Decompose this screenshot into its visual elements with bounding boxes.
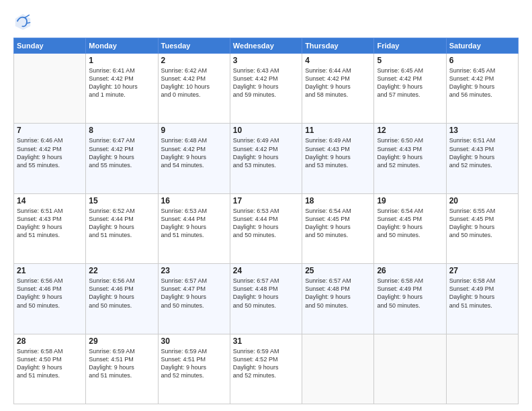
cell-info: Sunrise: 6:45 AM Sunset: 4:42 PM Dayligh… <box>449 66 515 99</box>
cell-info: Sunrise: 6:41 AM Sunset: 4:42 PM Dayligh… <box>89 66 154 99</box>
day-cell-11: 11Sunrise: 6:49 AM Sunset: 4:43 PM Dayli… <box>302 124 374 193</box>
day-number: 17 <box>233 196 299 205</box>
day-number: 15 <box>89 196 154 205</box>
cell-info: Sunrise: 6:58 AM Sunset: 4:49 PM Dayligh… <box>377 277 443 310</box>
cell-info: Sunrise: 6:53 AM Sunset: 4:44 PM Dayligh… <box>233 207 299 240</box>
weekday-header-friday: Friday <box>374 38 446 54</box>
cell-info: Sunrise: 6:49 AM Sunset: 4:43 PM Dayligh… <box>305 136 371 169</box>
day-cell-29: 29Sunrise: 6:59 AM Sunset: 4:51 PM Dayli… <box>86 334 158 404</box>
weekday-header-thursday: Thursday <box>302 38 374 54</box>
calendar: SundayMondayTuesdayWednesdayThursdayFrid… <box>13 38 519 404</box>
cell-info: Sunrise: 6:47 AM Sunset: 4:42 PM Dayligh… <box>89 136 154 169</box>
weekday-header-saturday: Saturday <box>446 38 518 54</box>
week-row-1: 1Sunrise: 6:41 AM Sunset: 4:42 PM Daylig… <box>14 54 519 124</box>
day-number: 8 <box>89 126 154 135</box>
svg-marker-0 <box>15 14 30 30</box>
day-cell-12: 12Sunrise: 6:50 AM Sunset: 4:43 PM Dayli… <box>374 124 446 193</box>
day-cell-20: 20Sunrise: 6:55 AM Sunset: 4:45 PM Dayli… <box>446 193 518 263</box>
cell-info: Sunrise: 6:57 AM Sunset: 4:47 PM Dayligh… <box>161 277 227 310</box>
cell-info: Sunrise: 6:57 AM Sunset: 4:48 PM Dayligh… <box>233 277 299 310</box>
cell-info: Sunrise: 6:44 AM Sunset: 4:42 PM Dayligh… <box>305 66 371 99</box>
week-row-3: 14Sunrise: 6:51 AM Sunset: 4:43 PM Dayli… <box>14 193 519 263</box>
cell-info: Sunrise: 6:59 AM Sunset: 4:51 PM Dayligh… <box>89 347 154 380</box>
cell-info: Sunrise: 6:45 AM Sunset: 4:42 PM Dayligh… <box>377 66 443 99</box>
day-cell-9: 9Sunrise: 6:48 AM Sunset: 4:42 PM Daylig… <box>158 124 230 193</box>
day-cell-25: 25Sunrise: 6:57 AM Sunset: 4:48 PM Dayli… <box>302 264 374 334</box>
weekday-header-monday: Monday <box>86 38 158 54</box>
day-number: 14 <box>17 196 83 205</box>
week-row-4: 21Sunrise: 6:56 AM Sunset: 4:46 PM Dayli… <box>14 264 519 334</box>
cell-info: Sunrise: 6:51 AM Sunset: 4:43 PM Dayligh… <box>17 207 83 240</box>
day-number: 5 <box>377 56 443 65</box>
day-number: 10 <box>233 126 299 135</box>
header <box>13 12 519 31</box>
cell-info: Sunrise: 6:56 AM Sunset: 4:46 PM Dayligh… <box>89 277 154 310</box>
week-row-5: 28Sunrise: 6:58 AM Sunset: 4:50 PM Dayli… <box>14 334 519 404</box>
cell-info: Sunrise: 6:46 AM Sunset: 4:42 PM Dayligh… <box>17 136 83 169</box>
empty-cell <box>374 334 446 404</box>
day-number: 25 <box>305 266 371 275</box>
day-number: 31 <box>233 336 299 346</box>
cell-info: Sunrise: 6:53 AM Sunset: 4:44 PM Dayligh… <box>161 207 227 240</box>
cell-info: Sunrise: 6:49 AM Sunset: 4:42 PM Dayligh… <box>233 136 299 169</box>
cell-info: Sunrise: 6:42 AM Sunset: 4:42 PM Dayligh… <box>161 66 227 99</box>
logo-icon <box>13 12 32 31</box>
day-number: 20 <box>449 196 515 205</box>
weekday-header-row: SundayMondayTuesdayWednesdayThursdayFrid… <box>14 38 519 54</box>
day-cell-10: 10Sunrise: 6:49 AM Sunset: 4:42 PM Dayli… <box>230 124 302 193</box>
cell-info: Sunrise: 6:43 AM Sunset: 4:42 PM Dayligh… <box>233 66 299 99</box>
day-cell-26: 26Sunrise: 6:58 AM Sunset: 4:49 PM Dayli… <box>374 264 446 334</box>
day-cell-3: 3Sunrise: 6:43 AM Sunset: 4:42 PM Daylig… <box>230 54 302 124</box>
day-cell-2: 2Sunrise: 6:42 AM Sunset: 4:42 PM Daylig… <box>158 54 230 124</box>
day-number: 2 <box>161 56 227 65</box>
cell-info: Sunrise: 6:55 AM Sunset: 4:45 PM Dayligh… <box>449 207 515 240</box>
day-cell-7: 7Sunrise: 6:46 AM Sunset: 4:42 PM Daylig… <box>14 124 86 193</box>
weekday-header-tuesday: Tuesday <box>158 38 230 54</box>
cell-info: Sunrise: 6:54 AM Sunset: 4:45 PM Dayligh… <box>377 207 443 240</box>
empty-cell <box>14 54 86 124</box>
day-cell-5: 5Sunrise: 6:45 AM Sunset: 4:42 PM Daylig… <box>374 54 446 124</box>
cell-info: Sunrise: 6:52 AM Sunset: 4:44 PM Dayligh… <box>89 207 154 240</box>
day-cell-22: 22Sunrise: 6:56 AM Sunset: 4:46 PM Dayli… <box>86 264 158 334</box>
day-number: 22 <box>89 266 154 275</box>
day-number: 27 <box>449 266 515 275</box>
day-cell-19: 19Sunrise: 6:54 AM Sunset: 4:45 PM Dayli… <box>374 193 446 263</box>
day-cell-18: 18Sunrise: 6:54 AM Sunset: 4:45 PM Dayli… <box>302 193 374 263</box>
day-number: 3 <box>233 56 299 65</box>
cell-info: Sunrise: 6:48 AM Sunset: 4:42 PM Dayligh… <box>161 136 227 169</box>
day-cell-1: 1Sunrise: 6:41 AM Sunset: 4:42 PM Daylig… <box>86 54 158 124</box>
day-cell-6: 6Sunrise: 6:45 AM Sunset: 4:42 PM Daylig… <box>446 54 518 124</box>
page: SundayMondayTuesdayWednesdayThursdayFrid… <box>0 0 532 411</box>
day-cell-28: 28Sunrise: 6:58 AM Sunset: 4:50 PM Dayli… <box>14 334 86 404</box>
day-cell-30: 30Sunrise: 6:59 AM Sunset: 4:51 PM Dayli… <box>158 334 230 404</box>
day-number: 7 <box>17 126 83 135</box>
day-number: 6 <box>449 56 515 65</box>
cell-info: Sunrise: 6:50 AM Sunset: 4:43 PM Dayligh… <box>377 136 443 169</box>
day-cell-14: 14Sunrise: 6:51 AM Sunset: 4:43 PM Dayli… <box>14 193 86 263</box>
day-number: 19 <box>377 196 443 205</box>
day-cell-31: 31Sunrise: 6:59 AM Sunset: 4:52 PM Dayli… <box>230 334 302 404</box>
day-cell-13: 13Sunrise: 6:51 AM Sunset: 4:43 PM Dayli… <box>446 124 518 193</box>
cell-info: Sunrise: 6:54 AM Sunset: 4:45 PM Dayligh… <box>305 207 371 240</box>
cell-info: Sunrise: 6:56 AM Sunset: 4:46 PM Dayligh… <box>17 277 83 310</box>
day-number: 16 <box>161 196 227 205</box>
day-number: 28 <box>17 336 83 346</box>
cell-info: Sunrise: 6:59 AM Sunset: 4:51 PM Dayligh… <box>161 347 227 380</box>
day-cell-15: 15Sunrise: 6:52 AM Sunset: 4:44 PM Dayli… <box>86 193 158 263</box>
logo <box>13 12 35 31</box>
weekday-header-wednesday: Wednesday <box>230 38 302 54</box>
day-number: 9 <box>161 126 227 135</box>
day-number: 23 <box>161 266 227 275</box>
day-number: 11 <box>305 126 371 135</box>
cell-info: Sunrise: 6:59 AM Sunset: 4:52 PM Dayligh… <box>233 347 299 380</box>
day-cell-8: 8Sunrise: 6:47 AM Sunset: 4:42 PM Daylig… <box>86 124 158 193</box>
day-number: 30 <box>161 336 227 346</box>
day-number: 24 <box>233 266 299 275</box>
weekday-header-sunday: Sunday <box>14 38 86 54</box>
day-number: 26 <box>377 266 443 275</box>
day-cell-24: 24Sunrise: 6:57 AM Sunset: 4:48 PM Dayli… <box>230 264 302 334</box>
day-number: 29 <box>89 336 154 346</box>
day-number: 21 <box>17 266 83 275</box>
day-cell-16: 16Sunrise: 6:53 AM Sunset: 4:44 PM Dayli… <box>158 193 230 263</box>
day-number: 1 <box>89 56 154 65</box>
